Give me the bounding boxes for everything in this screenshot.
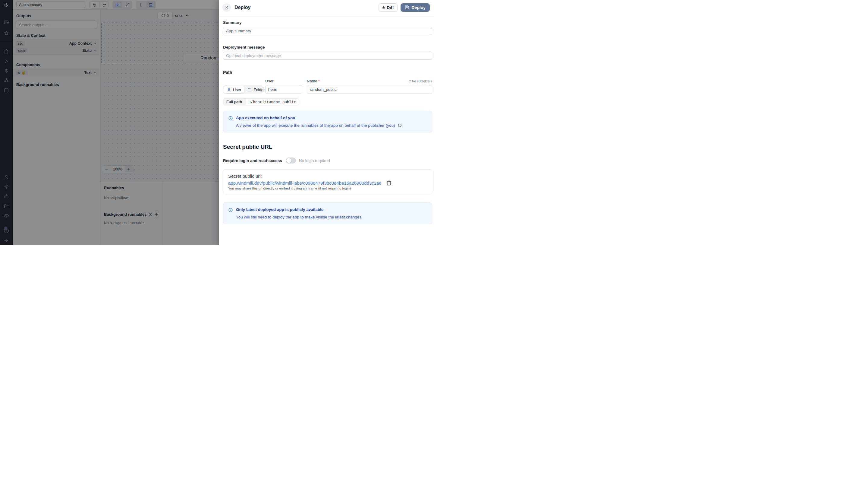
save-icon [405,5,409,10]
summary-label: Summary [223,20,432,25]
secret-url-box: Secret public url: app.windmill.dev/publ… [223,169,432,194]
path-label: Path [223,70,432,75]
name-column-label: Name [307,79,317,83]
diff-button[interactable]: ± Diff [378,3,398,12]
secret-url-link[interactable]: app.windmill.dev/public/windmill-labs/c0… [228,180,381,185]
close-icon[interactable] [222,3,231,12]
toggle-knob [286,158,291,163]
required-asterisk: * [318,79,320,83]
toggle-state-label: No login required [299,158,330,163]
user-column-label: User [265,79,302,83]
share-note: You may share this url directly or embed… [228,186,427,190]
copy-clipboard-icon[interactable] [386,180,392,185]
latest-deploy-info-box: Only latest deployed app is publicly ava… [223,202,432,224]
exec-info-title: App executed on behalf of you [236,116,402,120]
deployment-message-label: Deployment message [223,45,432,50]
full-path-label: Full path [223,99,245,105]
full-path-value: u/henri/random_public [245,99,299,105]
drawer-body: Summary Deployment message Path User Nam… [219,20,434,224]
deploy-button[interactable]: Deploy [401,3,430,12]
info-icon[interactable] [398,123,402,127]
info-icon [228,208,233,219]
full-path-row: Full path u/henri/random_public [223,98,299,105]
owner-kind-toggle: User Folder [223,85,263,94]
path-user-input[interactable] [265,85,302,94]
user-tab[interactable]: User [224,86,244,93]
app-root: |0| Outputs State & Context ctx App Cont… [0,0,434,245]
path-grid: User Name* '/' for subfolders User [223,79,432,94]
exec-info-body: A viewer of the app will execute the run… [236,123,395,127]
require-login-row: Require login and read-access No login r… [223,157,432,164]
execute-on-behalf-info-box: App executed on behalf of you A viewer o… [223,111,432,133]
deploy-drawer: Deploy ± Diff Deploy Summary Deployment … [219,0,434,245]
folder-tab[interactable]: Folder [244,86,268,93]
latest-info-body: You will still need to deploy the app to… [236,215,361,219]
plus-minus-icon: ± [382,5,385,10]
person-icon [227,87,231,92]
secret-url-label: Secret public url: [228,173,427,179]
subfolders-hint: '/' for subfolders [409,79,432,83]
require-login-toggle[interactable] [286,157,296,164]
path-name-input[interactable] [307,85,432,94]
drawer-title: Deploy [235,5,250,10]
info-icon [228,116,233,127]
secret-public-url-heading: Secret public URL [223,144,432,150]
drawer-header: Deploy ± Diff Deploy [219,0,434,15]
require-login-label: Require login and read-access [223,158,282,163]
folder-icon [247,87,252,92]
latest-info-title: Only latest deployed app is publicly ava… [236,207,361,212]
summary-input[interactable] [223,27,432,35]
deployment-message-input[interactable] [223,52,432,60]
